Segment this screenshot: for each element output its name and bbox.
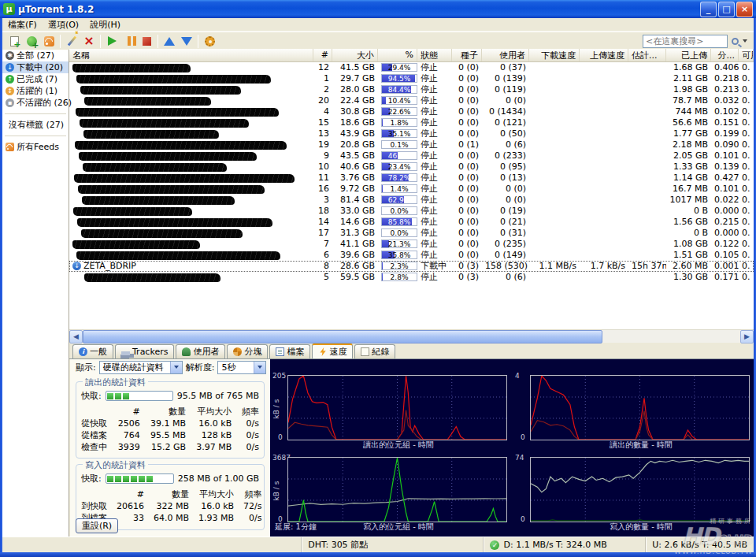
- sidebar-item-2[interactable]: ↑已完成 (7): [2, 73, 69, 85]
- cell-num: 8: [313, 261, 332, 272]
- table-row[interactable]: 2022.4 GB10.4%停止0 (0)0 (0)78.7 MB0.0320.: [69, 95, 754, 106]
- column-header-9[interactable]: 估計...: [628, 49, 666, 61]
- resolution-dropdown[interactable]: 5秒: [217, 361, 266, 374]
- column-header-6[interactable]: 使用者: [482, 49, 529, 61]
- tab-一般[interactable]: i一般: [72, 344, 113, 358]
- table-row[interactable]: 1241.5 GB29.4%停止0 (0)0 (37)1.68 GB0.4060…: [69, 62, 754, 73]
- table-row[interactable]: 1833.0 GB0.0%停止0 (0)0 (19)0 B0.0000.: [69, 206, 754, 217]
- remove-torrent-button[interactable]: ×: [80, 34, 98, 49]
- table-row[interactable]: 559.5 GB2.8%停止0 (3)0 (6)1.30 GB0.1710.: [69, 272, 754, 283]
- tab-速度[interactable]: 速度: [312, 343, 353, 358]
- cell-ul: [580, 106, 628, 117]
- cell-avail: 0.: [739, 106, 754, 117]
- cell-uploaded: 1.98 GB: [666, 84, 711, 95]
- stats-col-header: [76, 406, 113, 418]
- maximize-button[interactable]: □: [718, 2, 735, 17]
- cell-pct: 0.0%: [378, 228, 417, 239]
- start-torrent-button[interactable]: [103, 34, 120, 49]
- menu-item-0[interactable]: 檔案(F): [2, 18, 43, 32]
- progress-label: 94.5%: [382, 75, 417, 82]
- column-header-1[interactable]: #: [313, 49, 332, 61]
- downloading-icon: ↓: [6, 63, 14, 72]
- search-dropdown-icon[interactable]: [743, 39, 747, 43]
- column-header-3[interactable]: %: [378, 49, 417, 61]
- minimize-button[interactable]: _: [700, 2, 717, 17]
- table-row[interactable]: 129.7 GB94.5%停止0 (0)0 (139)2.11 GB0.2180…: [69, 73, 754, 84]
- scroll-left-arrow[interactable]: ◀: [69, 330, 83, 343]
- column-header-11[interactable]: 分...: [711, 49, 739, 61]
- queue-up-button[interactable]: [161, 34, 178, 49]
- create-torrent-button[interactable]: [63, 34, 80, 49]
- sidebar-item-4[interactable]: ▪不活躍的 (26): [2, 97, 69, 109]
- scroll-right-arrow[interactable]: ▶: [740, 330, 754, 343]
- table-row[interactable]: 741.1 GB21.3%停止0 (0)0 (235)1.08 GB0.1220…: [69, 239, 754, 250]
- progress-label: 84.4%: [382, 86, 417, 93]
- sidebar-item-no-label[interactable]: 沒有標籤 (27): [2, 119, 69, 131]
- table-row[interactable]: 1040.6 GB23.4%停止0 (0)0 (95)1.33 GB0.1390…: [69, 162, 754, 173]
- column-header-12[interactable]: 可用: [739, 49, 754, 61]
- show-dropdown[interactable]: 硬碟的統計資料: [99, 361, 183, 374]
- stats-cell: 128 kB: [191, 429, 236, 441]
- redacted-name: [80, 119, 249, 128]
- column-header-5[interactable]: 種子: [452, 49, 482, 61]
- table-row[interactable]: 1414.6 GB85.8%停止0 (0)0 (21)1.56 GB0.2150…: [69, 217, 754, 228]
- search-icon[interactable]: [732, 38, 739, 45]
- column-header-7[interactable]: 下載速度: [529, 49, 580, 61]
- rss-downloader-button[interactable]: [40, 34, 57, 49]
- stats-cell: 764: [113, 429, 145, 441]
- stats-cell: 0/s: [236, 441, 264, 453]
- tab-使用者[interactable]: 使用者: [176, 344, 225, 358]
- table-row[interactable]: 228.0 GB84.4%停止0 (0)0 (119)1.98 GB0.2130…: [69, 84, 754, 95]
- progress-bar: 22.6%: [381, 107, 417, 116]
- cell-seeds: 0 (1): [452, 139, 482, 150]
- table-row[interactable]: 430.8 GB22.6%停止0 (0)0 (1434)744 MB0.1020…: [69, 106, 754, 117]
- column-header-2[interactable]: 大小: [332, 49, 378, 61]
- search-input[interactable]: [643, 35, 728, 48]
- table-row[interactable]: 1343.9 GB35.1%停止0 (0)0 (50)1.77 GB0.1990…: [69, 128, 754, 139]
- add-torrent-button[interactable]: [6, 34, 23, 49]
- tab-分塊[interactable]: 分塊: [227, 344, 268, 358]
- horizontal-scrollbar[interactable]: ◀ ▶: [69, 329, 754, 343]
- title-bar[interactable]: µ µTorrent 1.8.2 _ □ ×: [0, 0, 756, 18]
- column-header-10[interactable]: 已上傳: [666, 49, 711, 61]
- cell-peers: 0 (19): [482, 206, 529, 217]
- cell-ratio: 0.001: [711, 261, 739, 272]
- chevron-down-icon[interactable]: [254, 362, 265, 373]
- sidebar-item-0[interactable]: ✱全部 (27): [2, 50, 69, 61]
- tab-檔案[interactable]: 檔案: [269, 344, 310, 358]
- table-row[interactable]: 943.5 GB46.1%停止0 (0)0 (233)2.05 GB0.1010…: [69, 150, 754, 162]
- sidebar-item-1[interactable]: ↓下載中 (20): [2, 61, 69, 73]
- menu-bar: 檔案(F)選項(O)說明(H): [2, 18, 754, 32]
- add-torrent-url-button[interactable]: [23, 34, 40, 49]
- cell-ratio: 0.032: [711, 95, 739, 106]
- menu-item-2[interactable]: 說明(H): [84, 18, 126, 32]
- table-row[interactable]: 1518.6 GB1.8%停止0 (0)0 (121)56.6 MB0.1510…: [69, 117, 754, 128]
- sidebar-item-3[interactable]: ↕活躍的 (1): [2, 85, 69, 97]
- table-row[interactable]: 113.76 GB78.2%停止0 (0)0 (13)1.14 GB0.4270…: [69, 173, 754, 184]
- reset-button[interactable]: 重設(R): [76, 518, 118, 533]
- chevron-down-icon[interactable]: [170, 362, 182, 373]
- tab-Trackers[interactable]: Trackers: [115, 344, 174, 358]
- column-header-0[interactable]: 名稱: [69, 49, 313, 61]
- pause-torrent-button[interactable]: [120, 34, 138, 49]
- table-row[interactable]: 1731.3 GB0.0%停止0 (0)0 (31)0 B0.0000.: [69, 228, 754, 239]
- cell-dl: [529, 239, 580, 250]
- sidebar-item-all-feeds[interactable]: 所有Feeds: [2, 141, 69, 153]
- table-row[interactable]: 381.4 GB62.9%停止0 (0)0 (0)1017 MB0.0220.: [69, 195, 754, 206]
- speed-graphs: 2050kB / s讀出的位元組 - 時間40讀出的數量 - 時間36870kB…: [270, 359, 754, 537]
- table-row[interactable]: ↓ZETA_BDRIP828.6 GB2.3%下載中0 (3)158 (530)…: [69, 261, 754, 272]
- tab-紀錄[interactable]: 紀錄: [354, 344, 395, 358]
- table-row[interactable]: 169.72 GB1.4%停止0 (0)0 (0)16.7 MB0.1010.: [69, 184, 754, 195]
- stop-torrent-button[interactable]: [138, 34, 155, 49]
- preferences-button[interactable]: [201, 34, 218, 49]
- sidebar-separator: [5, 113, 66, 114]
- queue-down-button[interactable]: [178, 34, 195, 49]
- column-header-4[interactable]: 狀態: [417, 49, 452, 61]
- close-button[interactable]: ×: [736, 2, 753, 17]
- table-row[interactable]: 639.6 GB35.8%停止0 (0)0 (149)1.51 GB0.1050…: [69, 250, 754, 261]
- table-row[interactable]: 1920.8 GB0.1%停止0 (1)0 (6)2.18 MB0.0900.: [69, 139, 754, 150]
- scrollbar-thumb[interactable]: [83, 330, 602, 343]
- toolbar-separator: [60, 35, 61, 48]
- column-header-8[interactable]: 上傳速度: [580, 49, 628, 61]
- cell-uploaded: 1.14 GB: [666, 173, 711, 184]
